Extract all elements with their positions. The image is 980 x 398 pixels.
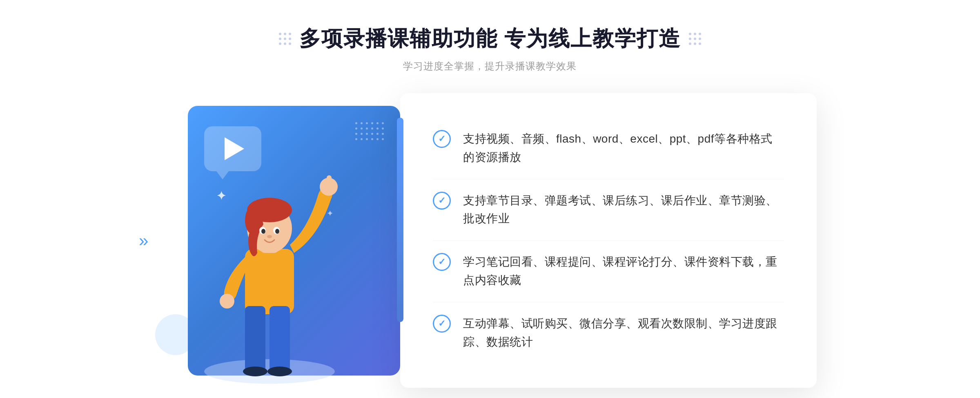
feature-text-1: 支持视频、音频、flash、word、excel、ppt、pdf等各种格式的资源… [463,130,784,167]
title-row: 多项录播课辅助功能 专为线上教学打造 [279,25,701,53]
header-section: 多项录播课辅助功能 专为线上教学打造 学习进度全掌握，提升录播课教学效果 [279,25,701,73]
svg-rect-1 [245,249,294,314]
content-area: » [163,93,817,388]
subtitle: 学习进度全掌握，提升录播课教学效果 [279,60,701,73]
svg-rect-9 [245,306,265,371]
svg-point-11 [243,367,267,376]
check-mark-icon-3: ✓ [438,257,445,266]
check-mark-icon-4: ✓ [438,319,445,328]
person-illustration: ✦ ✦ [188,134,351,388]
feature-item-3: ✓ 学习笔记回看、课程提问、课程评论打分、课件资料下载，重点内容收藏 [433,241,784,302]
svg-text:✦: ✦ [327,209,334,218]
feature-item-1: ✓ 支持视频、音频、flash、word、excel、ppt、pdf等各种格式的… [433,118,784,179]
check-mark-icon-2: ✓ [438,196,445,205]
page-container: 多项录播课辅助功能 专为线上教学打造 学习进度全掌握，提升录播课教学效果 » [0,0,980,398]
chevron-icon: » [139,230,148,250]
feature-text-3: 学习笔记回看、课程提问、课程评论打分、课件资料下载，重点内容收藏 [463,253,784,290]
svg-point-17 [267,235,272,238]
check-circle-2: ✓ [433,192,451,210]
feature-text-4: 互动弹幕、试听购买、微信分享、观看次数限制、学习进度跟踪、数据统计 [463,315,784,351]
check-mark-icon: ✓ [438,134,445,143]
check-circle-1: ✓ [433,130,451,148]
illustration-container: » [163,94,416,388]
check-circle-4: ✓ [433,315,451,333]
svg-rect-10 [270,306,290,371]
main-title: 多项录播课辅助功能 专为线上教学打造 [299,25,681,53]
left-arrows: » [139,230,148,250]
svg-point-16 [275,229,279,234]
svg-point-12 [267,367,292,376]
right-title-decorator [689,33,701,45]
left-title-decorator [279,33,291,45]
feature-text-2: 支持章节目录、弹题考试、课后练习、课后作业、章节测验、批改作业 [463,192,784,228]
svg-text:✦: ✦ [216,190,226,202]
svg-point-15 [261,229,265,234]
svg-point-8 [220,294,234,309]
check-circle-3: ✓ [433,253,451,271]
feature-item-4: ✓ 互动弹幕、试听购买、微信分享、观看次数限制、学习进度跟踪、数据统计 [433,302,784,364]
features-card: ✓ 支持视频、音频、flash、word、excel、ppt、pdf等各种格式的… [400,93,817,388]
card-dots-decoration [355,122,384,140]
svg-rect-7 [327,175,332,188]
feature-item-2: ✓ 支持章节目录、弹题考试、课后练习、课后作业、章节测验、批改作业 [433,179,784,241]
accent-bar [397,118,403,322]
